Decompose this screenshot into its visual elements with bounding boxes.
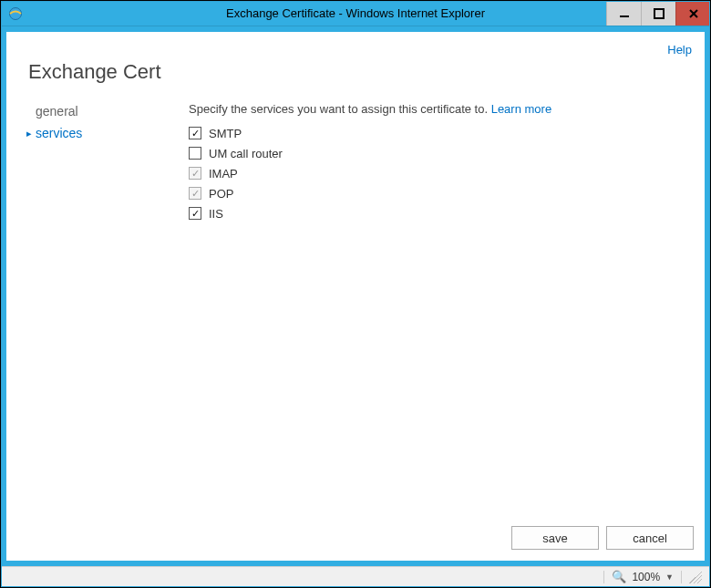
resize-grip-icon[interactable] — [689, 571, 702, 583]
zoom-dropdown-icon[interactable]: ▼ — [665, 573, 674, 582]
service-label: IMAP — [209, 167, 238, 181]
content-frame: Help Exchange Cert ▸ general ▸ services … — [1, 26, 710, 566]
window-titlebar: Exchange Certificate - Windows Internet … — [1, 1, 710, 26]
cancel-button[interactable]: cancel — [606, 526, 694, 550]
sidebar-item-general[interactable]: ▸ general — [17, 100, 189, 122]
checkbox-um-call-router[interactable] — [189, 147, 201, 160]
save-button[interactable]: save — [511, 526, 599, 550]
checkbox-imap: ✓ — [189, 167, 201, 180]
zoom-icon[interactable]: 🔍 — [612, 570, 626, 583]
service-label: POP — [209, 187, 233, 201]
checkbox-pop: ✓ — [189, 187, 201, 200]
window-maximize-button[interactable] — [641, 1, 675, 26]
help-link[interactable]: Help — [667, 43, 692, 57]
statusbar-separator — [603, 571, 604, 583]
content-area: Specify the services you want to assign … — [189, 100, 705, 517]
ie-icon — [6, 5, 25, 23]
window-buttons — [606, 1, 710, 26]
service-row-iis[interactable]: ✓ IIS — [189, 203, 686, 223]
service-label: UM call router — [209, 147, 283, 160]
statusbar-separator — [681, 571, 682, 583]
footer: save cancel — [6, 517, 705, 561]
help-row: Help — [6, 32, 705, 57]
service-row-um-call-router[interactable]: UM call router — [189, 143, 686, 163]
body: ▸ general ▸ services Specify the service… — [6, 100, 705, 517]
status-bar: 🔍 100% ▼ — [2, 566, 709, 586]
service-row-smtp[interactable]: ✓ SMTP — [189, 123, 686, 143]
service-label: IIS — [209, 207, 223, 221]
service-label: SMTP — [209, 127, 242, 140]
sidebar-item-label: general — [36, 104, 78, 119]
checkbox-iis[interactable]: ✓ — [189, 207, 201, 220]
sidebar-item-services[interactable]: ▸ services — [17, 122, 189, 144]
svg-rect-1 — [620, 15, 629, 17]
instruction-prefix: Specify the services you want to assign … — [189, 102, 491, 116]
window-title: Exchange Certificate - Windows Internet … — [1, 6, 710, 20]
sidebar: ▸ general ▸ services — [6, 100, 189, 517]
svg-rect-2 — [654, 9, 664, 18]
sidebar-item-label: services — [36, 126, 82, 140]
learn-more-link[interactable]: Learn more — [491, 102, 551, 116]
zoom-level: 100% — [632, 571, 660, 583]
caret-icon: ▸ — [25, 128, 34, 139]
instruction-text: Specify the services you want to assign … — [189, 102, 686, 116]
page-title: Exchange Cert — [6, 57, 705, 100]
service-row-imap[interactable]: ✓ IMAP — [189, 163, 686, 183]
checkbox-smtp[interactable]: ✓ — [189, 127, 201, 139]
window-close-button[interactable] — [675, 1, 710, 26]
service-row-pop[interactable]: ✓ POP — [189, 183, 686, 203]
window-minimize-button[interactable] — [606, 1, 641, 26]
